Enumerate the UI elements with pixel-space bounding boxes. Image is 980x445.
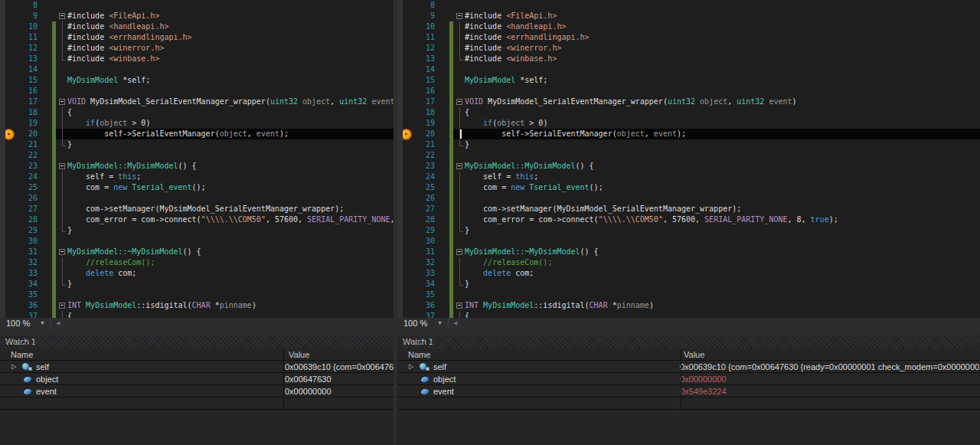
code-line[interactable]: 30 [397, 236, 980, 247]
watch-title[interactable]: Watch 1 [0, 335, 394, 348]
column-header-value[interactable]: Value [289, 348, 309, 361]
code-line[interactable]: 19 if(object > 0) [397, 118, 980, 129]
watch-title[interactable]: Watch 1 [397, 335, 980, 348]
code-line[interactable]: 35 [0, 290, 394, 300]
watch-new-entry-row[interactable] [0, 398, 394, 410]
watch-row[interactable]: object0x00000000 [397, 373, 980, 385]
code-line[interactable]: 9#include <FileApi.h> [0, 11, 394, 21]
column-divider[interactable] [283, 348, 284, 410]
code-line[interactable]: 33 delete com; [0, 268, 394, 279]
code-line[interactable]: 29} [397, 225, 980, 236]
code-line[interactable]: 27 com->setManager(MyDsimModel_SerialEve… [397, 204, 980, 214]
scroll-left-icon[interactable]: ◀ [453, 320, 457, 326]
column-header-value[interactable]: Value [684, 348, 704, 361]
watch-variable-name[interactable]: object [36, 373, 58, 385]
code-line[interactable]: 18{ [0, 107, 394, 118]
code-line[interactable]: 23MyDsimModel::MyDsimModel() { [397, 161, 980, 172]
code-line[interactable]: 17VOID MyDsimModel_SerialEventManager_wr… [397, 97, 980, 107]
code-line[interactable]: 25 com = new Tserial_event(); [397, 182, 980, 193]
code-line[interactable]: 31MyDsimModel::~MyDsimModel() { [0, 247, 394, 257]
fold-collapse-icon[interactable] [456, 11, 465, 21]
chevron-down-icon[interactable]: ▼ [437, 320, 443, 326]
expander-icon[interactable]: ▷ [409, 361, 413, 373]
code-line[interactable]: 33 delete com; [397, 268, 980, 279]
code-line[interactable]: 8 [0, 0, 394, 11]
code-line[interactable]: 37{ [0, 311, 394, 318]
code-line[interactable]: 9#include <FileApi.h> [397, 11, 980, 21]
code-line[interactable]: 11#include <errhandlingapi.h> [397, 32, 980, 43]
watch-variable-value[interactable]: 0x00000000 [680, 373, 727, 385]
column-header-name[interactable]: Name [408, 348, 430, 361]
code-line[interactable]: 36INT MyDsimModel::isdigital(CHAR *pinna… [0, 300, 394, 311]
fold-collapse-icon[interactable] [58, 97, 67, 107]
code-line[interactable]: 21} [397, 139, 980, 150]
code-line[interactable]: 11#include <errhandlingapi.h> [0, 32, 394, 43]
code-line[interactable]: 27 com->setManager(MyDsimModel_SerialEve… [0, 204, 394, 214]
watch-row[interactable]: object0x00647630 [0, 373, 394, 385]
zoom-level[interactable]: 100 % [403, 319, 427, 328]
fold-collapse-icon[interactable] [58, 300, 67, 311]
code-line[interactable]: 16 [0, 86, 394, 97]
column-divider[interactable] [681, 348, 681, 410]
scroll-left-icon[interactable]: ◀ [56, 320, 60, 326]
watch-variable-name[interactable]: object [433, 373, 456, 385]
code-line[interactable]: 20 self->SerialEventManager(object, even… [397, 129, 980, 139]
fold-collapse-icon[interactable] [456, 161, 465, 172]
code-line[interactable]: 17VOID MyDsimModel_SerialEventManager_wr… [0, 97, 394, 107]
code-line[interactable]: 24 self = this; [397, 172, 980, 182]
code-line[interactable]: 30 [0, 236, 394, 247]
code-line[interactable]: 14 [0, 64, 394, 75]
code-area[interactable]: 89#include <FileApi.h>10#include <handle… [397, 0, 980, 318]
code-line[interactable]: 20 self->SerialEventManager(object, even… [0, 129, 394, 139]
watch-variable-value[interactable]: 0x549e3224 [680, 385, 727, 398]
code-line[interactable]: 26 [397, 193, 980, 204]
fold-collapse-icon[interactable] [58, 11, 67, 21]
code-line[interactable]: 8 [397, 0, 980, 11]
fold-collapse-icon[interactable] [58, 247, 67, 257]
chevron-down-icon[interactable]: ▼ [40, 320, 45, 326]
code-line[interactable]: 16 [397, 86, 980, 97]
watch-new-entry-row[interactable] [397, 398, 980, 410]
column-header-name[interactable]: Name [11, 348, 33, 361]
code-area[interactable]: 89#include <FileApi.h>10#include <handle… [0, 0, 394, 318]
code-line[interactable]: 34} [0, 279, 394, 290]
code-line[interactable]: 26 [0, 193, 394, 204]
code-line[interactable]: 15MyDsimModel *self; [397, 75, 980, 86]
code-line[interactable]: 28 com_error = com->connect("\\\\.\\COM5… [0, 214, 394, 225]
code-line[interactable]: 22 [0, 150, 394, 161]
code-line[interactable]: 32 //releaseCom(); [397, 257, 980, 268]
code-line[interactable]: 28 com_error = com->connect("\\\\.\\COM5… [397, 214, 980, 225]
watch-variable-value[interactable]: 0x00647630 [285, 373, 332, 385]
fold-collapse-icon[interactable] [456, 97, 465, 107]
watch-variable-name[interactable]: event [36, 385, 57, 398]
code-line[interactable]: 15MyDsimModel *self; [0, 75, 394, 86]
code-line[interactable]: 29} [0, 225, 394, 236]
code-line[interactable]: 14 [397, 64, 980, 75]
watch-row[interactable]: ▷self0x00639c10 {com=0x00647630 {ready=0… [397, 361, 980, 373]
code-line[interactable]: 32 //releaseCom(); [0, 257, 394, 268]
fold-collapse-icon[interactable] [58, 161, 67, 172]
code-line[interactable]: 22 [397, 150, 980, 161]
code-line[interactable]: 23MyDsimModel::MyDsimModel() { [0, 161, 394, 172]
code-line[interactable]: 24 self = this; [0, 172, 394, 182]
code-line[interactable]: 21} [0, 139, 394, 150]
watch-variable-value[interactable]: 0x00000000 [285, 385, 332, 398]
code-line[interactable]: 34} [397, 279, 980, 290]
code-line[interactable]: 25 com = new Tserial_event(); [0, 182, 394, 193]
breakpoint-margin[interactable] [0, 0, 5, 330]
watch-variable-name[interactable]: event [433, 385, 454, 398]
code-line[interactable]: 18{ [397, 107, 980, 118]
code-line[interactable]: 35 [397, 290, 980, 300]
watch-row[interactable]: ▷self0x00639c10 {com=0x00647630 [0, 361, 394, 373]
code-line[interactable]: 31MyDsimModel::~MyDsimModel() { [397, 247, 980, 257]
code-line[interactable]: 37{ [397, 311, 980, 318]
breakpoint-margin[interactable] [397, 0, 403, 330]
watch-variable-value[interactable]: 0x00639c10 {com=0x00647630 [285, 361, 394, 373]
watch-variable-value[interactable]: 0x00639c10 {com=0x00647630 {ready=0x0000… [680, 361, 980, 373]
zoom-level[interactable]: 100 % [6, 319, 30, 328]
watch-row[interactable]: event0x549e3224 [397, 385, 980, 398]
fold-collapse-icon[interactable] [456, 247, 465, 257]
code-line[interactable]: 13#include <winbase.h> [0, 54, 394, 64]
watch-row[interactable]: event0x00000000 [0, 385, 394, 398]
code-line[interactable]: 19 if(object > 0) [0, 118, 394, 129]
